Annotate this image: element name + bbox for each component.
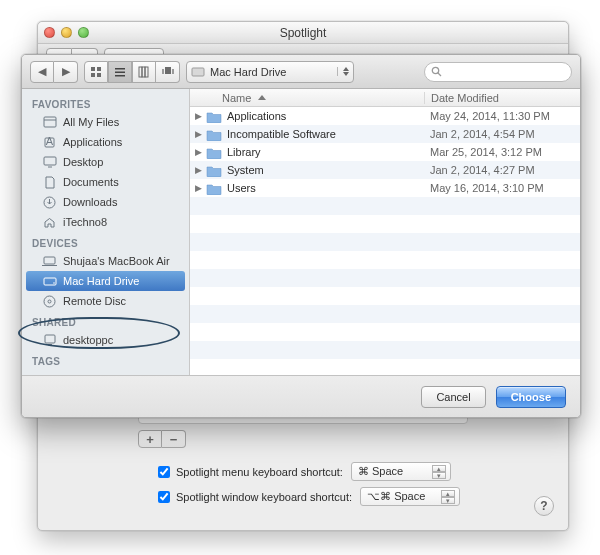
disc-icon: [42, 294, 57, 309]
svg-rect-12: [172, 69, 174, 74]
svg-rect-11: [162, 69, 164, 74]
column-date[interactable]: Date Modified: [424, 92, 580, 104]
downloads-icon: [42, 195, 57, 210]
svg-point-27: [44, 296, 55, 307]
remove-button[interactable]: −: [162, 430, 186, 448]
cancel-button[interactable]: Cancel: [421, 386, 485, 408]
svg-rect-30: [48, 344, 52, 346]
laptop-icon: [42, 254, 57, 269]
sidebar-item-itechno8[interactable]: iTechno8: [26, 212, 185, 232]
table-row[interactable]: ▶SystemJan 2, 2014, 4:27 PM: [190, 161, 580, 179]
svg-rect-10: [165, 67, 171, 74]
table-row: [190, 251, 580, 269]
sidebar-item-desktop[interactable]: Desktop: [26, 152, 185, 172]
sidebar-item-label: iTechno8: [63, 216, 107, 228]
column-view-button[interactable]: [132, 61, 156, 83]
disclosure-icon[interactable]: ▶: [190, 111, 206, 121]
sidebar-item-mac-hard-drive[interactable]: Mac Hard Drive: [26, 271, 185, 291]
prefs-title: Spotlight: [38, 26, 568, 40]
shortcut-window-row: Spotlight window keyboard shortcut: ⌥⌘ S…: [158, 487, 538, 506]
disclosure-icon[interactable]: ▶: [190, 129, 206, 139]
disclosure-icon[interactable]: ▶: [190, 165, 206, 175]
svg-rect-3: [97, 73, 101, 77]
table-row[interactable]: ▶ApplicationsMay 24, 2014, 11:30 PM: [190, 107, 580, 125]
help-button[interactable]: ?: [534, 496, 554, 516]
shortcut-window-value: ⌥⌘ Space: [367, 490, 425, 503]
sidebar-item-label: All My Files: [63, 116, 119, 128]
list-view-button[interactable]: [108, 61, 132, 83]
sidebar-item-documents[interactable]: Documents: [26, 172, 185, 192]
file-name: Users: [227, 182, 424, 194]
shortcut-window-field[interactable]: ⌥⌘ Space ▴▾: [360, 487, 460, 506]
search-input[interactable]: [424, 62, 572, 82]
sidebar-header: FAVORITES: [22, 93, 189, 112]
svg-rect-13: [192, 68, 204, 76]
table-row: [190, 233, 580, 251]
shortcut-menu-row: Spotlight menu keyboard shortcut: ⌘ Spac…: [158, 462, 538, 481]
svg-point-14: [432, 67, 438, 73]
table-row[interactable]: ▶LibraryMar 25, 2014, 3:12 PM: [190, 143, 580, 161]
folder-icon: [206, 146, 222, 159]
file-date: Jan 2, 2014, 4:27 PM: [424, 164, 580, 176]
disclosure-icon[interactable]: ▶: [190, 183, 206, 193]
svg-rect-29: [45, 335, 55, 343]
choose-button[interactable]: Choose: [496, 386, 566, 408]
table-row: [190, 197, 580, 215]
list-icon: [114, 66, 126, 78]
shortcut-menu-field[interactable]: ⌘ Space ▴▾: [351, 462, 451, 481]
sidebar-item-label: Documents: [63, 176, 119, 188]
pc-icon: [42, 333, 57, 348]
icon-view-button[interactable]: [84, 61, 108, 83]
sidebar-header: DEVICES: [22, 232, 189, 251]
sort-asc-icon: [258, 95, 266, 100]
column-name[interactable]: Name: [190, 92, 424, 104]
file-name: Incompatible Software: [227, 128, 424, 140]
table-row: [190, 341, 580, 359]
sidebar-item-applications[interactable]: AApplications: [26, 132, 185, 152]
folder-icon: [206, 182, 222, 195]
sidebar-item-all-my-files[interactable]: All My Files: [26, 112, 185, 132]
columns-icon: [138, 66, 150, 78]
path-popup[interactable]: Mac Hard Drive: [186, 61, 354, 83]
disclosure-icon[interactable]: ▶: [190, 147, 206, 157]
sidebar-item-label: Remote Disc: [63, 295, 126, 307]
svg-rect-20: [44, 157, 56, 165]
svg-point-26: [53, 282, 55, 284]
shortcut-window-checkbox[interactable]: [158, 491, 170, 503]
sidebar-item-label: Applications: [63, 136, 122, 148]
shortcut-menu-label: Spotlight menu keyboard shortcut:: [176, 466, 343, 478]
svg-rect-2: [91, 73, 95, 77]
sidebar-header: TAGS: [22, 350, 189, 369]
forward-button[interactable]: ▶: [54, 61, 78, 83]
file-name: Library: [227, 146, 424, 158]
file-date: Jan 2, 2014, 4:54 PM: [424, 128, 580, 140]
open-panel-toolbar: ◀ ▶ Mac Hard Drive: [22, 55, 580, 89]
docs-icon: [42, 175, 57, 190]
svg-rect-23: [44, 257, 55, 264]
column-name-label: Name: [222, 92, 251, 104]
open-panel: ◀ ▶ Mac Hard Drive: [21, 54, 581, 418]
shortcut-window-label: Spotlight window keyboard shortcut:: [176, 491, 352, 503]
table-row[interactable]: ▶UsersMay 16, 2014, 3:10 PM: [190, 179, 580, 197]
file-date: Mar 25, 2014, 3:12 PM: [424, 146, 580, 158]
table-row: [190, 215, 580, 233]
all-files-icon: [42, 115, 57, 130]
file-name: Applications: [227, 110, 424, 122]
sidebar: FAVORITESAll My FilesAApplicationsDeskto…: [22, 89, 190, 375]
file-date: May 16, 2014, 3:10 PM: [424, 182, 580, 194]
table-row: [190, 359, 580, 375]
add-remove-seg: + −: [138, 430, 538, 448]
shortcut-menu-checkbox[interactable]: [158, 466, 170, 478]
back-button[interactable]: ◀: [30, 61, 54, 83]
sidebar-item-desktoppc[interactable]: desktoppc: [26, 330, 185, 350]
coverflow-view-button[interactable]: [156, 61, 180, 83]
svg-rect-6: [115, 75, 125, 77]
open-panel-footer: Cancel Choose: [22, 375, 580, 417]
table-row[interactable]: ▶Incompatible SoftwareJan 2, 2014, 4:54 …: [190, 125, 580, 143]
sidebar-item-downloads[interactable]: Downloads: [26, 192, 185, 212]
svg-rect-9: [145, 67, 148, 77]
home-icon: [42, 215, 57, 230]
sidebar-item-shujaa-s-macbook-air[interactable]: Shujaa's MacBook Air: [26, 251, 185, 271]
sidebar-item-remote-disc[interactable]: Remote Disc: [26, 291, 185, 311]
add-button[interactable]: +: [138, 430, 162, 448]
